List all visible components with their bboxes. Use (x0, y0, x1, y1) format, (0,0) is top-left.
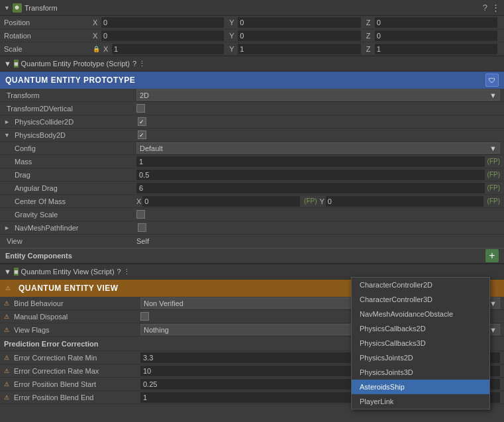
qep-com-x-input[interactable] (142, 196, 300, 207)
qep-drag-label: Drag (4, 171, 136, 179)
qep-t2dv-checkbox[interactable] (136, 104, 145, 113)
entity-components-label: Entity Components (5, 252, 485, 260)
qev-epbs-label: Error Position Blend Start (11, 380, 140, 388)
qev-settings-icon[interactable]: ⋮ (123, 268, 130, 276)
qev-icon: ■ (14, 268, 19, 276)
qep-gravityscale-row: Gravity Scale (0, 208, 504, 221)
collider-arrow[interactable]: ► (4, 119, 10, 125)
scale-y-input[interactable] (238, 44, 360, 54)
position-row: Position X Y Z (0, 16, 504, 29)
menu-item-asteroidsship[interactable]: AsteroidsShip (352, 380, 489, 394)
menu-item-charactercontroller3d[interactable]: CharacterController3D (352, 292, 489, 307)
qep-view-row: View Self (0, 235, 504, 248)
rotation-z-input[interactable] (375, 30, 497, 41)
scale-y-lbl: Y (229, 45, 236, 53)
rotation-x-input[interactable] (101, 30, 224, 41)
qep-gravity-label: Gravity Scale (4, 211, 136, 219)
transform-fold-arrow[interactable]: ▼ (4, 5, 10, 11)
scale-x-input[interactable] (112, 44, 224, 54)
qep-collider-label: PhysicsCollider2D (12, 118, 138, 126)
scale-x-lbl: X (103, 45, 110, 53)
qep-t2dv-label: Transform2DVertical (4, 105, 136, 113)
qep-view-value: Self (136, 237, 500, 245)
menu-item-navmeshavoidanceobstacle[interactable]: NavMeshAvoidanceObstacle (352, 307, 489, 321)
transform-help-icon[interactable]: ? (483, 3, 487, 13)
entity-component-dropdown-menu: CharacterController2D CharacterControlle… (351, 277, 490, 409)
add-component-button[interactable]: + (485, 249, 499, 262)
qev-help-icon[interactable]: ? (117, 268, 121, 276)
qep-angulardrag-input[interactable] (136, 183, 485, 193)
qev-header-icons: ? ⋮ (117, 268, 130, 276)
transform-header: ▼ ⊕ Transform ? ⋮ (0, 0, 504, 16)
qep-collider-checkbox[interactable] (138, 117, 146, 126)
qep-transform-value: 2D (140, 91, 149, 99)
position-z-input[interactable] (375, 17, 497, 28)
qev-ecr-min-label: Error Correction Rate Min (11, 354, 140, 362)
qev-bb-value: Non Verified (144, 299, 183, 307)
qep-com-y-input[interactable] (326, 196, 483, 207)
menu-item-playerlink[interactable]: PlayerLink (352, 394, 489, 409)
qev-ecr-min-icon: ⚠ (4, 354, 9, 361)
scale-label: Scale (4, 45, 90, 53)
qep-body-label: PhysicsBody2D (12, 131, 138, 139)
qep-section: Transform 2D ▼ Transform2DVertical ► Phy… (0, 89, 504, 248)
qep-gravity-checkbox[interactable] (136, 210, 145, 219)
qep-drag-fp: (FP) (487, 171, 500, 178)
qep-config-dropdown[interactable]: Default ▼ (136, 142, 500, 154)
qep-collider-row: ► PhysicsCollider2D (0, 115, 504, 129)
qev-epbs-icon: ⚠ (4, 381, 9, 388)
qep-com-label: Center Of Mass (4, 197, 136, 205)
qev-md-icon: ⚠ (4, 313, 9, 320)
qev-md-label: Manual Disposal (11, 313, 140, 321)
qep-body-checkbox[interactable] (138, 131, 146, 139)
qep-navmesh-label: NavMeshPathfinder (12, 224, 138, 232)
qev-bb-warning: ⚠ (4, 300, 9, 307)
qep-mass-label: Mass (4, 158, 136, 166)
body-arrow[interactable]: ▼ (4, 132, 10, 138)
rotation-row: Rotation X Y Z (0, 29, 504, 42)
qep-settings-icon[interactable]: ⋮ (138, 60, 146, 68)
qep-mass-input[interactable] (136, 156, 485, 167)
qep-fold-arrow[interactable]: ▼ (4, 60, 11, 68)
qev-ecr-max-label: Error Correction Rate Max (11, 367, 140, 375)
navmesh-arrow[interactable]: ► (4, 225, 10, 231)
menu-item-physicscallbacks2d[interactable]: PhysicsCallbacks2D (352, 321, 489, 336)
qep-com-y-fp: (FP) (487, 197, 500, 205)
qev-script-title: Quantum Entity View (Script) (21, 268, 115, 276)
qep-transform-dropdown[interactable]: 2D ▼ (136, 89, 500, 101)
menu-item-physicsjoints3d[interactable]: PhysicsJoints3D (352, 365, 489, 380)
transform-settings-icon[interactable]: ⋮ (491, 3, 500, 13)
qep-com-x-lbl: X (136, 197, 141, 205)
qep-transform-label: Transform (4, 91, 136, 99)
scale-lock-icon[interactable]: 🔒 (93, 46, 100, 52)
rotation-y-input[interactable] (238, 30, 360, 41)
position-xyz: X Y Z (90, 17, 500, 28)
position-x-field: X (90, 17, 227, 28)
menu-item-physicscallbacks3d[interactable]: PhysicsCallbacks3D (352, 336, 489, 350)
qep-centerofmass-row: Center Of Mass X (FP) Y (FP) (0, 195, 504, 208)
qev-fold-arrow[interactable]: ▼ (4, 268, 11, 276)
qep-drag-input[interactable] (136, 170, 485, 180)
rot-z-lbl: Z (366, 32, 373, 40)
qev-vf-icon: ⚠ (4, 327, 9, 333)
transform-block: Position X Y Z Rotation X Y (0, 16, 504, 56)
qep-com-x-fp: (FP) (304, 197, 317, 205)
qev-warning-icon: ⚠ (5, 285, 11, 291)
qep-angulardrag-label: Angular Drag (4, 184, 136, 192)
position-x-input[interactable] (101, 17, 224, 28)
qep-config-label: Config (4, 144, 136, 152)
qev-epbe-label: Error Position Blend End (11, 394, 140, 401)
entity-components-row: Entity Components + (0, 248, 504, 264)
transform-title: Transform (25, 4, 480, 12)
position-y-input[interactable] (238, 17, 360, 28)
menu-item-charactercontroller2d[interactable]: CharacterController2D (352, 278, 489, 292)
qev-md-checkbox[interactable] (140, 312, 149, 321)
qep-section-header: QUANTUM ENTITY PROTOTYPE 🛡 (0, 72, 504, 89)
prediction-title: Prediction Error Correction (4, 340, 98, 348)
menu-item-physicsjoints2d[interactable]: PhysicsJoints2D (352, 350, 489, 365)
qep-help-icon[interactable]: ? (132, 60, 136, 68)
scale-z-input[interactable] (375, 44, 497, 54)
qep-navmesh-checkbox[interactable] (138, 223, 146, 232)
qep-transform-row: Transform 2D ▼ (0, 89, 504, 102)
scale-z-lbl: Z (366, 45, 373, 53)
